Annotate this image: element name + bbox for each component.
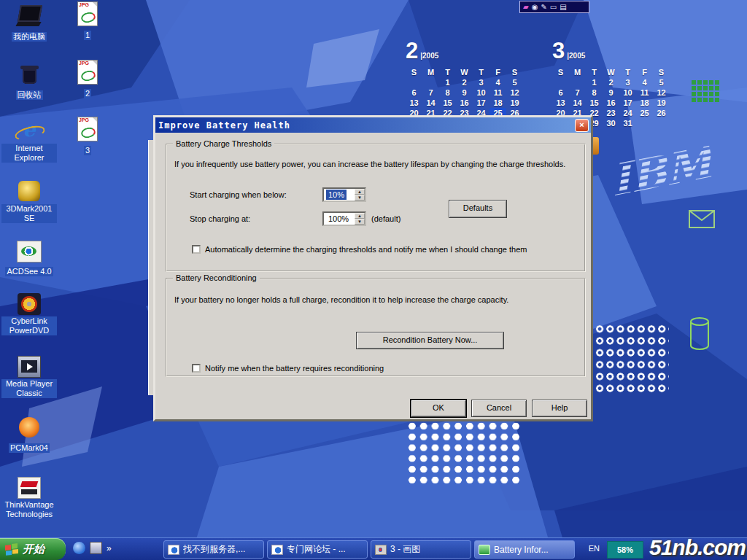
powerdvd-icon [18, 293, 41, 315]
floating-toolbar[interactable]: ▰◉✎▭▤ [519, 1, 589, 13]
desktop-icon-3dmark[interactable]: 3DMark2001 SE [1, 179, 57, 224]
calendar-day-header: T [439, 67, 456, 77]
calendar-year: |2005 [420, 52, 438, 60]
spinner-arrows: ▴ ▾ [355, 213, 365, 225]
calendar-day: 12 [653, 88, 670, 98]
language-indicator[interactable]: EN [589, 544, 600, 553]
desktop-icon-pcmark[interactable]: PCMark04 [1, 416, 57, 454]
desktop-icon-label: ThinkVantage Technologies [1, 500, 57, 519]
chevron-icon[interactable]: » [107, 543, 112, 553]
desktop-icon-powerdvd[interactable]: CyberLink PowerDVD [1, 293, 57, 336]
desktop-icon-jpg-3[interactable]: JPG3 [60, 117, 115, 156]
desktop: 我的电脑回收站eInternet Explorer3DMark2001 SEAC… [0, 0, 146, 560]
notify-recondition-checkbox[interactable] [192, 364, 201, 373]
spin-down-button[interactable]: ▾ [355, 219, 365, 225]
notify-recondition-label: Notify me when the battery requires reco… [205, 364, 573, 373]
desktop-icon-jpg-1[interactable]: JPG1 [60, 1, 115, 41]
taskbar-item[interactable]: 专门网论坛 - ... [267, 540, 368, 559]
calendar-day-header: W [456, 67, 473, 77]
stop-charging-label: Stop charging at: [190, 214, 250, 223]
calendar-day: 14 [569, 98, 586, 108]
calendar-month-number: 3 [552, 36, 565, 66]
taskbar-item[interactable]: 找不到服务器,... [163, 540, 264, 559]
desktop-icon-label: 我的电脑 [12, 32, 47, 42]
spin-up-button[interactable]: ▴ [355, 213, 365, 219]
spin-down-button[interactable]: ▾ [355, 195, 365, 201]
calendar-day [653, 118, 670, 128]
start-button[interactable]: 开始 [0, 538, 66, 560]
jpg-file-icon: JPG [77, 117, 98, 141]
calendar-day: 16 [456, 98, 473, 108]
taskbar-item-label: 3 - 画图 [390, 543, 420, 556]
desktop-icon-jpg-2[interactable]: JPG2 [60, 60, 115, 99]
calendar-day [569, 77, 586, 88]
calendar-day-header: S [653, 67, 670, 77]
calendar-day: 12 [506, 88, 523, 98]
quick-launch: » [73, 542, 112, 554]
pen-icon[interactable]: ✎ [541, 1, 546, 12]
battery-reconditioning-group: Battery Reconditioning If your battery n… [166, 278, 586, 377]
group-title: Battery Charge Thresholds [173, 139, 274, 148]
display-icon[interactable]: ▭ [550, 1, 557, 12]
desktop-icon-label: ACDSee 4.0 [5, 267, 53, 276]
desktop-icon-recycle-bin[interactable]: 回收站 [1, 63, 57, 101]
desktop-icon-label: Media Player Classic [1, 379, 57, 398]
calendar-day: 7 [569, 88, 586, 98]
calendar-month-number: 2 [406, 36, 418, 66]
desktop-icon-acdsee[interactable]: ACDSee 4.0 [1, 239, 57, 277]
battery-health-dialog: Improve Battery Health × Battery Charge … [153, 115, 593, 421]
recondition-description: If your battery no longer holds a full c… [174, 295, 576, 304]
taskbar-item-label: 专门网论坛 - ... [287, 543, 346, 556]
start-threshold-spinner[interactable]: 10% ▴ ▾ [322, 187, 366, 202]
calendar-day-header: S [506, 67, 523, 77]
spin-up-button[interactable]: ▴ [355, 189, 365, 195]
recycle-bin-icon [16, 63, 42, 86]
calendar-day-header: T [473, 67, 489, 77]
calendar-day: 7 [422, 88, 439, 98]
calendar-day: 13 [552, 98, 569, 108]
jpg-badge: JPG [79, 117, 89, 122]
calendar-day: 10 [619, 88, 636, 98]
dialog-titlebar[interactable]: Improve Battery Health × [155, 117, 591, 133]
calendar-day: 2 [603, 77, 619, 88]
defaults-button[interactable]: Defaults [449, 200, 507, 218]
group-title: Battery Reconditioning [173, 273, 260, 282]
close-button[interactable]: × [575, 119, 589, 132]
grid-icon[interactable]: ▤ [560, 1, 566, 12]
desktop-icon-ie[interactable]: eInternet Explorer [1, 119, 57, 163]
thinkvantage-icon [18, 477, 41, 499]
ok-button[interactable]: OK [411, 400, 466, 417]
recondition-battery-button[interactable]: Recondition Battery Now... [356, 332, 504, 349]
calendar-day: 5 [653, 77, 670, 88]
calendar-day [422, 77, 439, 88]
paint-icon [375, 545, 387, 555]
desktop-icon-mpc[interactable]: Media Player Classic [1, 354, 57, 399]
calendar-day: 17 [619, 98, 636, 108]
help-button[interactable]: Help [532, 400, 587, 417]
taskbar-item[interactable]: Battery Infor... [474, 540, 575, 559]
status-dot-icon[interactable]: ◉ [532, 1, 538, 12]
app-launcher-icon[interactable]: ▰ [523, 1, 529, 12]
calendar-day: 11 [636, 88, 653, 98]
iepage-icon [168, 545, 179, 555]
start-charging-label: Start charging when below: [190, 190, 287, 199]
battery-charge-thresholds-group: Battery Charge Thresholds If you infrequ… [166, 144, 586, 272]
auto-determine-checkbox[interactable] [192, 245, 201, 254]
desktop-icon-label: 2 [84, 89, 91, 98]
quicklaunch-show-desktop-icon[interactable] [90, 542, 102, 554]
cancel-button[interactable]: Cancel [471, 400, 527, 417]
taskbar-item[interactable]: 3 - 画图 [371, 540, 471, 559]
desktop-icon-thinkvantage[interactable]: ThinkVantage Technologies [1, 475, 57, 520]
calendar-day-header: S [406, 67, 422, 77]
calendar-month-header: 2|2005 [406, 36, 523, 67]
taskbar: 开始 » 找不到服务器,...专门网论坛 - ...3 - 画图Battery … [0, 537, 747, 560]
stop-threshold-spinner[interactable]: 100% ▴ ▾ [322, 211, 366, 226]
calendar-day: 25 [636, 108, 653, 118]
jpg-file-icon: JPG [77, 1, 98, 26]
battery-percentage[interactable]: 58% [607, 541, 643, 559]
desktop-icon-my-computer[interactable]: 我的电脑 [1, 4, 57, 42]
start-label: 开始 [23, 542, 44, 556]
quicklaunch-ie-icon[interactable] [73, 542, 85, 554]
calendar-day: 13 [406, 98, 422, 108]
calendar-day: 31 [619, 118, 636, 128]
